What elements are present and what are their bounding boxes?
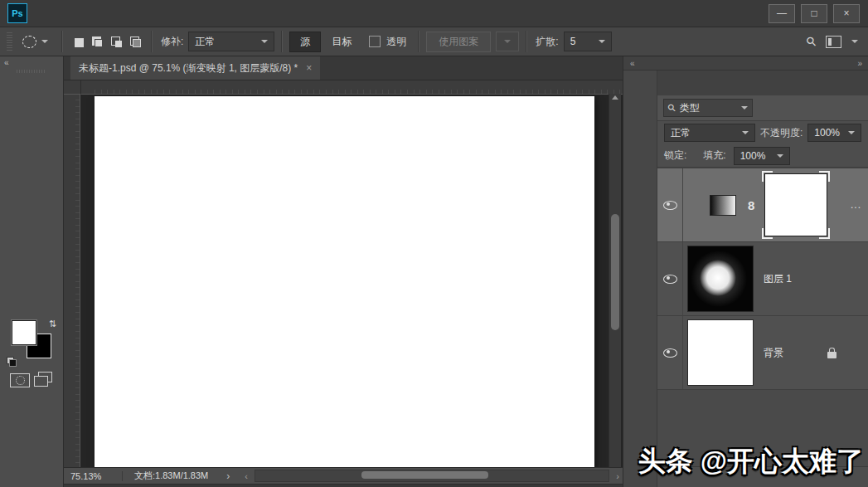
mask-selection-corner bbox=[762, 228, 773, 239]
layer-list: 8 ... bbox=[657, 168, 868, 466]
status-bar: 75.13% 文档:1.83M/1.83M › ‹ › bbox=[64, 467, 623, 484]
diffusion-select[interactable]: 5 bbox=[564, 32, 612, 51]
document-tab-bar: 未标题-1.psd @ 75.1% (渐变映射 1, 图层蒙版/8) * × bbox=[64, 56, 623, 80]
opacity-label: 不透明度: bbox=[760, 126, 803, 140]
toolbar-gripper bbox=[17, 70, 46, 73]
separator bbox=[418, 31, 419, 52]
mask-selection-corner bbox=[819, 228, 830, 239]
toolbar-collapse-icon[interactable]: « bbox=[4, 58, 8, 67]
lock-row: 锁定: 填充: 100% bbox=[657, 144, 868, 168]
selection-mode-add[interactable] bbox=[92, 37, 103, 47]
transparent-checkbox[interactable] bbox=[369, 36, 381, 47]
foreground-color-swatch[interactable] bbox=[12, 320, 36, 345]
workspace-switcher-icon[interactable] bbox=[826, 36, 841, 48]
vertical-scroll-thumb[interactable] bbox=[611, 214, 619, 330]
use-pattern-button[interactable]: 使用图案 bbox=[426, 32, 491, 52]
panel-tabs bbox=[657, 71, 868, 95]
layer-1-thumbnail[interactable] bbox=[687, 246, 754, 312]
opacity-value: 100% bbox=[814, 127, 840, 139]
eye-icon bbox=[663, 348, 677, 358]
workspace-chevron-icon[interactable] bbox=[851, 40, 858, 43]
search-icon: ⚲ bbox=[665, 101, 678, 114]
panel-dock: « » ⚲ 类型 正常 不透明度: bbox=[623, 56, 868, 487]
horizontal-ruler bbox=[80, 80, 623, 95]
scroll-right-icon[interactable]: › bbox=[613, 471, 623, 481]
document-canvas[interactable] bbox=[95, 96, 594, 467]
visibility-toggle[interactable] bbox=[657, 316, 683, 389]
background-thumbnail[interactable] bbox=[687, 319, 754, 386]
target-button[interactable]: 目标 bbox=[321, 32, 362, 52]
close-button[interactable]: × bbox=[833, 4, 860, 23]
layers-panel-group: ⚲ 类型 正常 不透明度: 100% 锁定: bbox=[657, 71, 868, 487]
layer-mask-thumbnail[interactable] bbox=[762, 171, 830, 239]
layer-row-layer-1[interactable]: 图层 1 bbox=[657, 242, 868, 316]
separator bbox=[122, 471, 123, 481]
patch-tool-preset[interactable] bbox=[16, 36, 55, 48]
swap-colors-icon[interactable]: ⇅ bbox=[49, 319, 56, 329]
fill-input[interactable]: 100% bbox=[734, 147, 790, 165]
layer-name[interactable]: 图层 1 bbox=[764, 272, 792, 286]
status-chevron-icon[interactable]: › bbox=[226, 470, 230, 482]
patch-mode-label: 修补: bbox=[161, 35, 183, 49]
patch-tool-icon bbox=[22, 36, 36, 48]
gradient-map-thumbnail[interactable] bbox=[710, 195, 736, 216]
vertical-ruler bbox=[64, 94, 80, 467]
search-icon[interactable]: ⚲ bbox=[803, 33, 820, 51]
quick-mask-button[interactable] bbox=[10, 373, 30, 387]
patch-mode-select[interactable]: 正常 bbox=[188, 32, 274, 51]
lock-label: 锁定: bbox=[664, 149, 686, 163]
layer-row-background[interactable]: 背景 bbox=[657, 316, 868, 390]
eye-icon bbox=[663, 201, 677, 210]
separator bbox=[281, 31, 283, 52]
blend-mode-select[interactable]: 正常 bbox=[664, 124, 755, 142]
horizontal-scrollbar[interactable] bbox=[255, 470, 609, 482]
horizontal-scroll-thumb[interactable] bbox=[361, 471, 489, 479]
default-colors-icon[interactable] bbox=[7, 357, 17, 367]
pasteboard bbox=[80, 94, 623, 467]
eye-icon bbox=[663, 275, 677, 284]
panel-icon-strip bbox=[623, 71, 657, 487]
minimize-button[interactable]: — bbox=[769, 4, 795, 23]
scroll-left-icon[interactable]: ‹ bbox=[241, 471, 251, 481]
screen-mode-button[interactable] bbox=[38, 372, 52, 382]
mask-selection-corner bbox=[762, 171, 773, 182]
mask-link-icon[interactable]: 8 bbox=[748, 198, 754, 212]
window-bottom-edge bbox=[64, 484, 623, 487]
vertical-scrollbar[interactable] bbox=[609, 94, 621, 467]
watermark: 头条 @开心太难了 bbox=[638, 443, 864, 480]
transparent-label: 透明 bbox=[386, 35, 406, 49]
dock-header: « » bbox=[623, 56, 868, 71]
document-title: 未标题-1.psd @ 75.1% (渐变映射 1, 图层蒙版/8) * bbox=[79, 61, 298, 75]
collapse-strip-icon[interactable]: « bbox=[630, 59, 634, 68]
diffusion-label: 扩散: bbox=[536, 35, 558, 49]
layer-name[interactable]: 背景 bbox=[764, 346, 783, 360]
selection-mode-new[interactable] bbox=[73, 37, 84, 47]
source-button[interactable]: 源 bbox=[289, 32, 321, 52]
ruler-corner bbox=[64, 80, 81, 95]
opacity-input[interactable]: 100% bbox=[807, 124, 861, 142]
fill-label: 填充: bbox=[703, 149, 725, 163]
mask-thumb-image bbox=[764, 173, 827, 236]
document-area: 未标题-1.psd @ 75.1% (渐变映射 1, 图层蒙版/8) * × bbox=[64, 56, 623, 487]
collapse-panels-icon[interactable]: » bbox=[857, 59, 861, 68]
maximize-button[interactable]: □ bbox=[801, 4, 827, 23]
blend-mode-value: 正常 bbox=[671, 126, 691, 140]
selection-mode-intersect[interactable] bbox=[130, 37, 141, 47]
filter-type-select[interactable]: ⚲ 类型 bbox=[663, 99, 753, 117]
layer-lock-icon bbox=[827, 352, 836, 358]
separator bbox=[151, 31, 153, 52]
pattern-picker-dropdown[interactable] bbox=[496, 32, 519, 51]
layer-row-gradient-map[interactable]: 8 ... bbox=[657, 168, 868, 242]
fill-value: 100% bbox=[740, 150, 766, 162]
tab-close-icon[interactable]: × bbox=[306, 62, 312, 74]
scroll-up-icon[interactable] bbox=[612, 95, 618, 100]
layer-filter-row: ⚲ 类型 bbox=[657, 95, 868, 121]
visibility-toggle[interactable] bbox=[657, 242, 683, 315]
selection-mode-subtract[interactable] bbox=[111, 37, 122, 47]
visibility-toggle[interactable] bbox=[657, 168, 683, 241]
color-swatches: ⇅ bbox=[7, 320, 56, 363]
zoom-level-field[interactable]: 75.13% bbox=[64, 471, 117, 481]
blend-mode-row: 正常 不透明度: 100% bbox=[657, 121, 868, 144]
document-tab[interactable]: 未标题-1.psd @ 75.1% (渐变映射 1, 图层蒙版/8) * × bbox=[70, 56, 320, 80]
title-bar: Ps — □ × bbox=[0, 0, 868, 27]
